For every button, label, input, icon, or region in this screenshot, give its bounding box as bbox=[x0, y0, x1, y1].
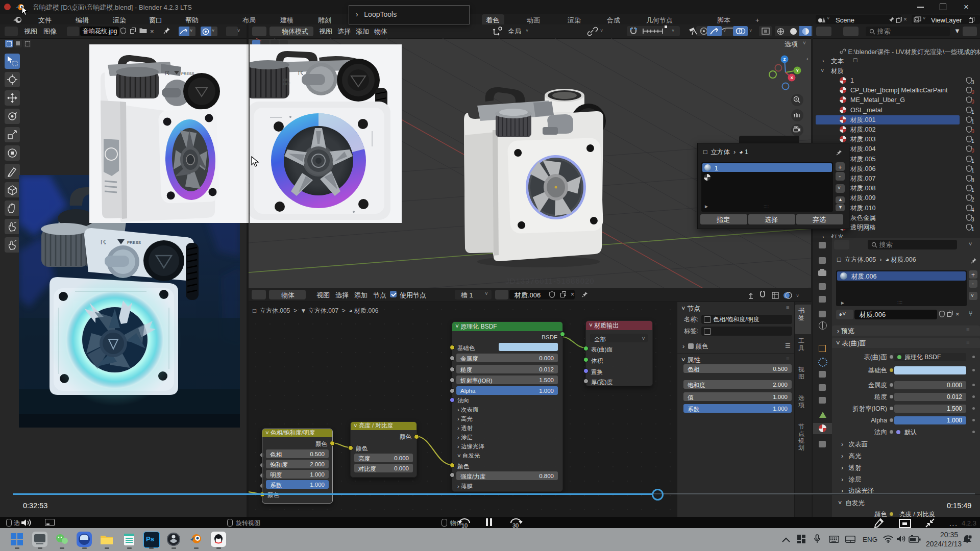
svg-text:10: 10 bbox=[461, 522, 468, 528]
svg-text:Z: Z bbox=[783, 57, 786, 62]
svg-text:PRESS: PRESS bbox=[127, 240, 141, 245]
svg-text:☈: ☈ bbox=[165, 70, 169, 76]
svg-text:30: 30 bbox=[512, 522, 519, 528]
svg-text:☈: ☈ bbox=[101, 239, 106, 246]
svg-text:Y: Y bbox=[796, 68, 799, 73]
svg-text:☈: ☈ bbox=[298, 70, 303, 76]
svg-text:X: X bbox=[791, 76, 794, 80]
svg-text:PRESS: PRESS bbox=[181, 71, 194, 76]
